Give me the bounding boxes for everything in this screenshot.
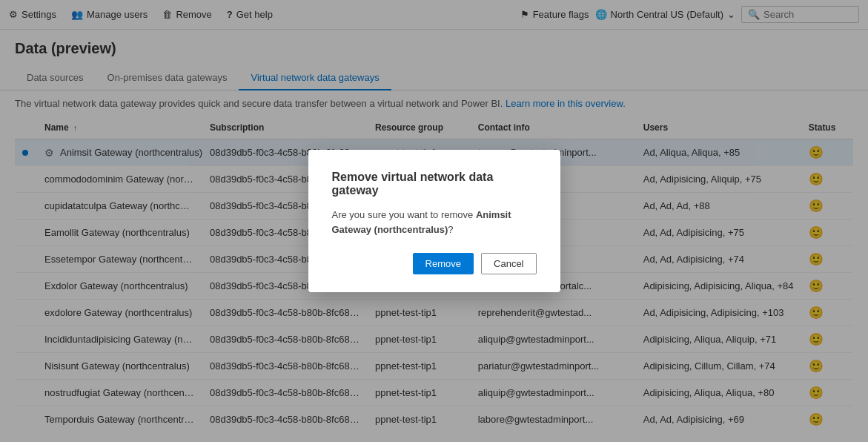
modal-body-text1: Are you sure you want to remove <box>332 209 476 220</box>
remove-confirm-button[interactable]: Remove <box>413 253 474 274</box>
modal-overlay: Remove virtual network data gateway Are … <box>0 0 868 428</box>
modal-footer: Remove Cancel <box>332 253 537 274</box>
modal-body-text2: ? <box>448 224 453 235</box>
cancel-button[interactable]: Cancel <box>481 253 536 274</box>
modal-body: Are you sure you want to remove Animsit … <box>332 208 537 237</box>
remove-gateway-modal: Remove virtual network data gateway Are … <box>308 150 560 292</box>
modal-title: Remove virtual network data gateway <box>332 171 537 197</box>
